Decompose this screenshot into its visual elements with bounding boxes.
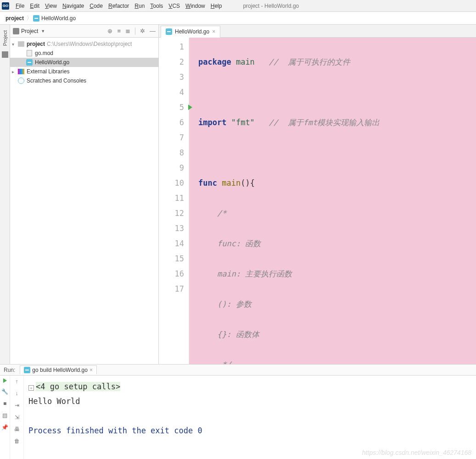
- breadcrumb-sep: 〉: [26, 14, 33, 22]
- print-icon[interactable]: 🖶: [14, 426, 20, 432]
- menu-window[interactable]: Window: [183, 3, 208, 9]
- app-icon: GO: [2, 2, 9, 10]
- run-body: 🔧 ■ ▤ 📌 ↑ ↓ ⇥ ⇲ 🖶 🗑 +<4 go setup calls> …: [0, 376, 476, 459]
- breadcrumb-file[interactable]: HelloWorld.go: [33, 15, 76, 22]
- editor-area: HelloWorld.go × 123456789101112131415161…: [159, 25, 476, 364]
- menu-view[interactable]: View: [42, 3, 60, 9]
- code-editor[interactable]: 1234567891011121314151617 package main /…: [159, 38, 476, 364]
- tree-file-hello[interactable]: HelloWorld.go: [10, 58, 158, 67]
- collapse-icon[interactable]: ≣: [125, 28, 130, 34]
- tree-file-label: HelloWorld.go: [35, 59, 69, 66]
- run-toolbar-primary: 🔧 ■ ▤ 📌: [0, 376, 10, 459]
- tree-scratches[interactable]: Scratches and Consoles: [10, 76, 158, 85]
- folder-icon: [18, 41, 24, 47]
- console-output-line: Hello World: [28, 394, 471, 409]
- run-icon[interactable]: [3, 378, 7, 383]
- menubar: GO FileEditViewNavigateCodeRefactorRunTo…: [0, 0, 476, 12]
- run-label: Run:: [4, 367, 15, 373]
- menu-vcs[interactable]: VCS: [166, 3, 183, 9]
- menu-help[interactable]: Help: [208, 3, 225, 9]
- go-file-icon: [166, 28, 172, 35]
- go-file-icon: [33, 15, 39, 22]
- menu-code[interactable]: Code: [87, 3, 106, 9]
- structure-tool-icon[interactable]: [2, 51, 8, 58]
- close-icon[interactable]: ×: [90, 367, 93, 373]
- tree-scratches-label: Scratches and Consoles: [27, 77, 86, 84]
- editor-tab-bar: HelloWorld.go ×: [159, 25, 476, 38]
- editor-tab[interactable]: HelloWorld.go ×: [161, 26, 220, 38]
- project-panel: Project ▼ ⊕ ≡ ≣ ✲ — ▾ project C:\Users\W…: [10, 25, 159, 364]
- trash-icon[interactable]: 🗑: [14, 438, 20, 444]
- main-row: Project Project ▼ ⊕ ≡ ≣ ✲ — ▾ project: [0, 25, 476, 364]
- tree-file-label: go.mod: [35, 50, 53, 56]
- run-console[interactable]: +<4 go setup calls> Hello World Process …: [24, 376, 476, 459]
- separator: [135, 28, 135, 35]
- locate-icon[interactable]: ⊕: [107, 28, 112, 34]
- project-panel-tools: ⊕ ≡ ≣ ✲ —: [107, 28, 156, 35]
- tree-root[interactable]: ▾ project C:\Users\Windows\Desktop\proje…: [10, 39, 158, 49]
- run-config-tab[interactable]: go build HelloWorld.go ×: [20, 365, 97, 374]
- minimize-icon[interactable]: —: [150, 28, 156, 34]
- expand-icon[interactable]: ≡: [117, 28, 121, 34]
- tree-file-gomod[interactable]: go.mod: [10, 49, 158, 58]
- run-toolbar-secondary: ↑ ↓ ⇥ ⇲ 🖶 🗑: [10, 376, 24, 459]
- menu-tools[interactable]: Tools: [147, 3, 166, 9]
- down-icon[interactable]: ↓: [16, 390, 18, 397]
- tree-external-label: External Libraries: [27, 68, 69, 75]
- run-tool-window: Run: go build HelloWorld.go × 🔧 ■ ▤ 📌 ↑ …: [0, 364, 476, 459]
- go-file-icon: [24, 367, 30, 373]
- menu-refactor[interactable]: Refactor: [106, 3, 132, 9]
- code-body[interactable]: package main // 属于可执行的文件 import "fmt" //…: [196, 38, 476, 364]
- mod-file-icon: [27, 50, 32, 56]
- menu-file[interactable]: File: [13, 3, 27, 9]
- project-view-icon: [13, 28, 19, 34]
- menu-edit[interactable]: Edit: [27, 3, 42, 9]
- chevron-down-icon[interactable]: ▼: [41, 29, 45, 33]
- up-icon[interactable]: ↑: [16, 378, 18, 385]
- close-icon[interactable]: ×: [212, 28, 215, 35]
- stop-icon[interactable]: ■: [2, 400, 8, 407]
- breadcrumb-bar: project 〉 HelloWorld.go: [0, 12, 476, 25]
- go-file-icon: [26, 59, 33, 66]
- tree-external-libs[interactable]: ▸ External Libraries: [10, 67, 158, 76]
- tree-root-path: C:\Users\Windows\Desktop\project: [47, 41, 132, 47]
- console-exit-line: Process finished with the exit code 0: [28, 423, 471, 438]
- project-tool-tab[interactable]: Project: [1, 28, 9, 49]
- libraries-icon: [18, 69, 24, 74]
- menu-host: FileEditViewNavigateCodeRefactorRunTools…: [13, 0, 224, 12]
- layout-icon[interactable]: ▤: [2, 412, 8, 419]
- project-tree: ▾ project C:\Users\Windows\Desktop\proje…: [10, 38, 158, 87]
- scratches-icon: [18, 77, 24, 84]
- breadcrumb-root[interactable]: project: [4, 15, 26, 22]
- editor-tab-label: HelloWorld.go: [175, 28, 209, 35]
- pin-icon[interactable]: 📌: [2, 424, 8, 431]
- run-config-label: go build HelloWorld.go: [32, 367, 88, 373]
- project-panel-title[interactable]: Project: [21, 28, 38, 34]
- project-panel-header: Project ▼ ⊕ ≡ ≣ ✲ —: [10, 25, 158, 38]
- console-setup-line: <4 go setup calls>: [36, 382, 120, 391]
- window-title: project - HelloWorld.go: [243, 3, 299, 9]
- line-gutter: 1234567891011121314151617: [159, 38, 189, 364]
- fold-gutter: [189, 38, 196, 364]
- tree-root-name: project: [27, 41, 45, 47]
- menu-run[interactable]: Run: [132, 3, 147, 9]
- settings-icon[interactable]: ✲: [140, 28, 145, 34]
- left-tool-stripe: Project: [0, 25, 10, 364]
- breadcrumb-file-label: HelloWorld.go: [41, 15, 76, 22]
- export-icon[interactable]: ⇲: [15, 414, 19, 420]
- expand-fold-icon[interactable]: +: [28, 385, 34, 391]
- gutter-run-icon[interactable]: [188, 105, 192, 110]
- menu-navigate[interactable]: Navigate: [60, 3, 87, 9]
- wrap-icon[interactable]: ⇥: [15, 402, 19, 409]
- wrench-icon[interactable]: 🔧: [2, 388, 8, 395]
- run-header: Run: go build HelloWorld.go ×: [0, 365, 476, 376]
